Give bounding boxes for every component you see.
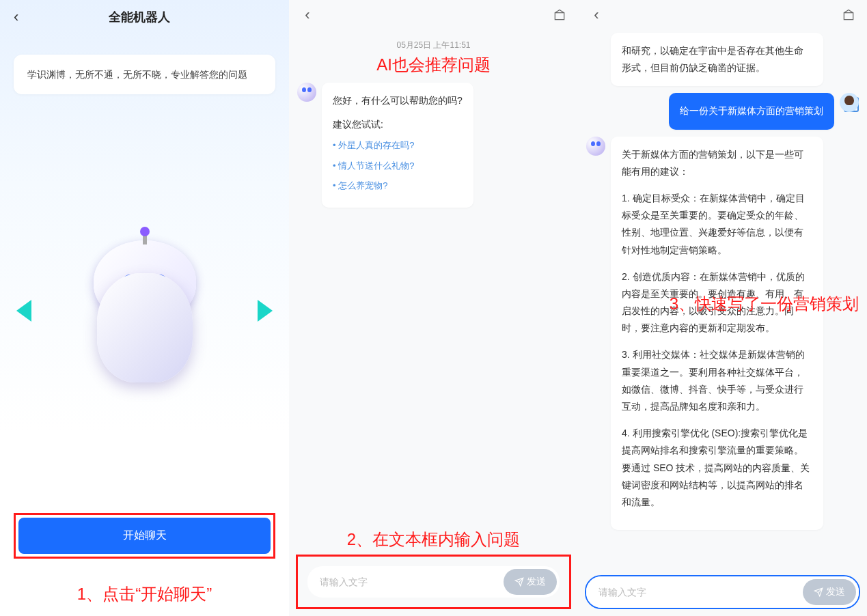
bot-reply-bubble: 和研究，以确定在宇宙中是否存在其他生命形式，但目前仍缺乏确凿的证据。 (611, 33, 823, 86)
suggestion-title: 建议您试试: (333, 116, 463, 133)
chat-result-panel: ‹ 3、快速写了一份营销策划 和研究，以确定在宇宙中是否存在其他生命形式，但目前… (578, 0, 867, 616)
suggestion-link[interactable]: 情人节送什么礼物? (333, 158, 463, 173)
send-icon (514, 577, 524, 587)
panel3-header: ‹ (578, 0, 867, 30)
send-icon (814, 587, 823, 597)
archive-icon[interactable] (841, 8, 856, 23)
back-icon[interactable]: ‹ (300, 8, 315, 23)
reply-p4: 4. 利用搜索引擎优化 (SEO):搜索引擎优化是提高网站排名和搜索引擎流量的重… (622, 425, 812, 511)
greeting-text: 您好，有什么可以帮助您的吗? (333, 92, 463, 109)
intro-description-card: 学识渊博，无所不通，无所不晓，专业解答您的问题 (14, 55, 275, 94)
back-icon[interactable]: ‹ (14, 8, 18, 26)
back-icon[interactable]: ‹ (589, 8, 604, 23)
step2-caption: 2、在文本框内输入问题 (289, 529, 578, 550)
bot-message-row: 和研究，以确定在宇宙中是否存在其他生命形式，但目前仍缺乏确凿的证据。 (586, 33, 859, 86)
start-chat-button[interactable]: 开始聊天 (18, 518, 271, 554)
carousel-prev-icon[interactable] (16, 300, 31, 322)
bot-avatar-icon (297, 83, 316, 102)
user-message-row: 给一份关于新媒体方面的营销策划 (586, 93, 859, 129)
bot-long-reply-bubble: 关于新媒体方面的营销策划，以下是一些可能有用的建议： 1. 确定目标受众：在新媒… (611, 137, 823, 531)
reply-intro: 关于新媒体方面的营销策划，以下是一些可能有用的建议： (622, 146, 812, 180)
bot-message-row: 您好，有什么可以帮助您的吗? 建议您试试: 外星人真的存在吗? 情人节送什么礼物… (297, 83, 570, 208)
user-avatar-icon (840, 93, 859, 112)
chat-suggestions-panel: ‹ 05月25日 上午11:51 AI也会推荐问题 您好，有什么可以帮助您的吗?… (289, 0, 578, 616)
step3-caption: 3、快速写了一份营销策划 (670, 293, 859, 315)
chat-input-bar: 发送 (307, 566, 560, 598)
send-label: 发送 (527, 576, 546, 588)
reply-p1: 1. 确定目标受众：在新媒体营销中，确定目标受众是至关重要的。要确定受众的年龄、… (622, 190, 812, 259)
suggestion-link[interactable]: 怎么养宠物? (333, 178, 463, 193)
panel1-header: ‹ 全能机器人 (0, 0, 289, 34)
archive-icon[interactable] (552, 8, 567, 23)
page-title: 全能机器人 (18, 9, 260, 25)
send-button[interactable]: 发送 (803, 579, 856, 605)
reply-p3: 3. 利用社交媒体：社交媒体是新媒体营销的重要渠道之一。要利用各种社交媒体平台，… (622, 346, 812, 415)
svg-rect-1 (844, 13, 853, 20)
user-message-bubble: 给一份关于新媒体方面的营销策划 (669, 93, 834, 129)
carousel-next-icon[interactable] (258, 300, 273, 322)
send-button[interactable]: 发送 (504, 569, 557, 595)
overlay-caption-recommend: AI也会推荐问题 (289, 54, 578, 76)
robot-illustration (66, 201, 223, 420)
chat-input-bar: 发送 (586, 576, 859, 608)
bot-greeting-bubble: 您好，有什么可以帮助您的吗? 建议您试试: 外星人真的存在吗? 情人节送什么礼物… (322, 83, 473, 208)
step1-caption: 1、点击“开始聊天” (0, 583, 289, 605)
chat-input[interactable] (598, 587, 803, 598)
start-button-highlight: 开始聊天 (14, 513, 275, 559)
chat-input[interactable] (320, 576, 504, 587)
chat-timestamp: 05月25日 上午11:51 (289, 40, 578, 51)
robot-carousel (0, 122, 289, 499)
panel2-header: ‹ (289, 0, 578, 30)
bot-message-row: 关于新媒体方面的营销策划，以下是一些可能有用的建议： 1. 确定目标受众：在新媒… (586, 137, 859, 531)
svg-rect-0 (555, 13, 564, 20)
intro-panel: ‹ 全能机器人 学识渊博，无所不通，无所不晓，专业解答您的问题 开始聊天 1、点… (0, 0, 289, 616)
send-label: 发送 (826, 586, 845, 598)
bot-avatar-icon (586, 137, 605, 156)
input-active-outline: 发送 (585, 575, 860, 609)
input-highlight: 发送 (296, 555, 571, 609)
suggestion-link[interactable]: 外星人真的存在吗? (333, 137, 463, 153)
